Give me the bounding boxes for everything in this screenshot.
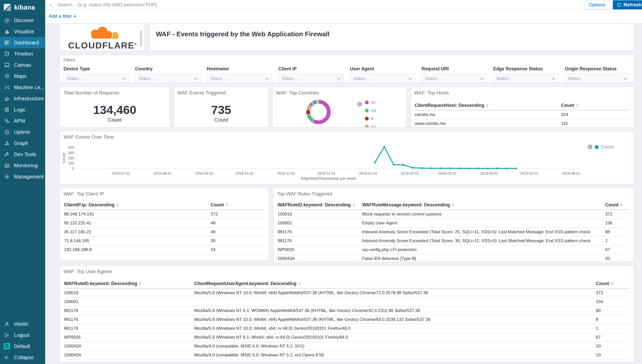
panel-title: WAF Events Triggered: [174, 87, 268, 96]
sidebar-item-maps[interactable]: Maps: [0, 71, 45, 82]
legend-item-count[interactable]: Count: [595, 143, 614, 151]
table-row[interactable]: 100043AMozilla/4.0 (compatible; MSIE 6.0…: [64, 351, 630, 360]
table-row[interactable]: 100043AFalse IE6 detection [Type B]20: [278, 254, 630, 262]
sidebar-item-dev-tools[interactable]: Dev Tools: [0, 149, 45, 160]
sort-icon[interactable]: [116, 203, 119, 207]
table-row[interactable]: 981176Mozilla/5.0 (Windows NT 6.1; WOW64…: [64, 306, 630, 315]
filter-select-origin-response-status[interactable]: Select...: [565, 74, 630, 83]
sort-icon[interactable]: [620, 203, 623, 207]
table-row[interactable]: 100016Mozilla/5.0 (Windows NT 10.0; Win6…: [64, 289, 630, 297]
table-row[interactable]: 100016Block requests to version control …: [278, 210, 630, 219]
column-header[interactable]: WAFRuleID.keyword: Descending: [278, 200, 362, 209]
svg-text:2019-01-01: 2019-01-01: [359, 171, 377, 175]
sidebar-item-uptime[interactable]: Uptime: [0, 126, 45, 138]
sidebar-footer-elastic[interactable]: elastic: [0, 318, 45, 329]
column-header[interactable]: ClientIP.ip: Descending: [64, 200, 211, 209]
legend-expand-icon[interactable]: ›: [588, 144, 592, 149]
donut-slice[interactable]: [312, 103, 314, 104]
legend-swatch: [595, 145, 599, 149]
legend-item-sc[interactable]: sc: [365, 98, 376, 106]
table-row[interactable]: 100001156: [64, 297, 630, 306]
sidebar-item-discover[interactable]: Discover: [0, 15, 45, 26]
sort-icon[interactable]: [452, 203, 454, 207]
donut-slice-vn[interactable]: [308, 106, 310, 110]
filter-select-client-ip[interactable]: Select...: [278, 74, 344, 83]
donut-slice-sc[interactable]: [313, 102, 329, 122]
filter-select-request-uri[interactable]: Select...: [422, 74, 487, 83]
sidebar-item-apm[interactable]: APM: [0, 115, 45, 126]
sidebar-item-visualize[interactable]: Visualize: [0, 26, 45, 37]
sort-icon[interactable]: [298, 282, 301, 285]
search-input[interactable]: Search... (e.g. status:200 AND extension…: [57, 2, 584, 8]
sort-icon[interactable]: [486, 104, 489, 107]
legend-item-us[interactable]: us: [365, 106, 376, 114]
sidebar-footer-logout[interactable]: Logout: [0, 329, 45, 341]
sort-icon[interactable]: [139, 282, 141, 285]
sort-icon[interactable]: [352, 203, 355, 207]
table-row[interactable]: 981176Mozilla/5.0 (Windows NT 10.0; Win6…: [64, 324, 630, 333]
column-header[interactable]: Count: [596, 279, 630, 288]
legend-item-it[interactable]: it: [365, 114, 376, 123]
table-row[interactable]: 95.110.225.4148: [64, 219, 265, 228]
kibana-logo[interactable]: kibana: [0, 0, 45, 15]
table-row[interactable]: www.camilia.me115: [415, 119, 630, 127]
table-cell: 981176: [64, 306, 194, 315]
add-filter-link[interactable]: Add a filter+: [49, 13, 76, 19]
table-row[interactable]: 981176Inbound Anomaly Score Exceeded (To…: [278, 228, 630, 237]
events-over-time-chart[interactable]: 01002003004002018-07-012018-08-012018-09…: [60, 131, 634, 184]
donut-slice-us[interactable]: [309, 114, 313, 121]
sidebar-item-infrastructure[interactable]: Infrastructure: [0, 93, 45, 104]
sidebar-item-logs[interactable]: Logs: [0, 104, 45, 115]
column-header[interactable]: Count: [211, 200, 265, 209]
donut-slice[interactable]: [310, 104, 312, 106]
column-header[interactable]: ClientRequestHost: Descending: [415, 101, 561, 110]
filter-select-device-type[interactable]: Select...: [63, 74, 129, 83]
sort-icon[interactable]: [576, 104, 579, 107]
table-row[interactable]: 71.6.146.18530: [64, 237, 265, 245]
sidebar-item-monitoring[interactable]: Monitoring: [0, 160, 45, 171]
sidebar-item-management[interactable]: Management: [0, 171, 45, 182]
refresh-button[interactable]: Refresh: [613, 0, 642, 9]
column-header[interactable]: WAFRuleID.keyword: Descending: [64, 279, 194, 288]
table-cell: 100001: [64, 297, 194, 306]
table-row[interactable]: 100043AMozilla/4.0 (compatible; MSIE 6.0…: [64, 342, 630, 351]
sort-icon[interactable]: [611, 282, 613, 285]
column-header[interactable]: WAFRuleMessage.keyword: Descending: [362, 200, 605, 209]
table-row[interactable]: camilia.me324: [415, 110, 630, 119]
chevron-down-icon: [122, 76, 126, 81]
table-row[interactable]: 981176Inbound Anomaly Score Exceeded (To…: [278, 237, 630, 245]
column-header[interactable]: ClientRequestUserAgent.keyword: Descendi…: [194, 279, 596, 288]
donut-slice[interactable]: [314, 102, 315, 103]
sidebar-item-timelion[interactable]: Timelion: [0, 48, 45, 59]
sidebar-item-machine-le[interactable]: Machine Le...: [0, 82, 45, 93]
table-row[interactable]: 45.117.160.2146: [64, 228, 265, 237]
filter-select-hostname[interactable]: Select...: [207, 74, 272, 83]
table-row[interactable]: 981176Mozilla/5.0 (Windows NT 10.0; Win6…: [64, 315, 630, 324]
legend-item-vn[interactable]: vn: [365, 123, 376, 127]
legend-expand-icon[interactable]: ›: [357, 102, 362, 107]
sidebar-item-graph[interactable]: Graph: [0, 138, 45, 149]
sort-icon[interactable]: [226, 203, 228, 207]
options-button[interactable]: Options: [584, 0, 610, 9]
filter-select-user-agent[interactable]: Select...: [350, 74, 415, 83]
table-row[interactable]: 192.169.188.824: [64, 245, 265, 254]
donut-slice-it[interactable]: [308, 110, 309, 114]
filter-select-country[interactable]: Select...: [135, 74, 201, 83]
sidebar-footer-collapse[interactable]: Collapse: [0, 352, 45, 363]
filter-select-edge-response-status[interactable]: Select...: [493, 74, 559, 83]
chevron-down-icon: [480, 76, 484, 81]
table-row[interactable]: 89.248.174.141372: [64, 210, 265, 219]
table-row[interactable]: WP0026wp-config.php LFI protection67: [278, 245, 630, 254]
sidebar-item-canvas[interactable]: Canvas: [0, 59, 45, 71]
sidebar-item-dashboard[interactable]: Dashboard: [0, 37, 45, 48]
table-row[interactable]: WP0026Mozilla/5.0 (Windows NT 6.1; Win64…: [64, 333, 630, 342]
devtools-icon: [4, 151, 10, 158]
table-row[interactable]: 100001Empty User-Agent156: [278, 219, 630, 228]
nav-item-label: Collapse: [14, 355, 34, 360]
column-header[interactable]: Count: [605, 200, 630, 209]
line-legend: Count: [595, 143, 614, 151]
panel-scrollbar[interactable]: [140, 30, 142, 46]
sidebar-footer-default[interactable]: DDefault: [0, 341, 45, 352]
filter-field: CountrySelect...: [135, 66, 201, 83]
column-header[interactable]: Count: [561, 101, 630, 110]
